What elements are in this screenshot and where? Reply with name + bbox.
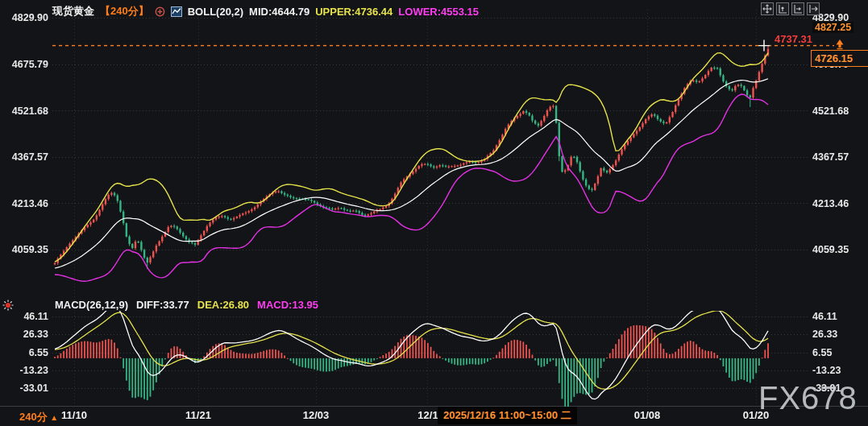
triangle-up-icon: ▲ — [50, 413, 58, 422]
price-axis-label: 4367.57 — [0, 151, 48, 163]
macd-axis-label-right: 26.33 — [812, 329, 837, 340]
pan-tool-icon[interactable] — [761, 2, 774, 15]
macd-dea-value: DEA:26.80 — [197, 299, 249, 311]
x-axis-label: 12/03 — [303, 410, 330, 421]
go-to-latest-icon[interactable] — [807, 2, 820, 15]
x-axis-label: 12/1 — [417, 410, 438, 421]
price-axis-label-right: 4059.35 — [812, 244, 849, 255]
high-price-label: 4737.31 — [775, 34, 812, 45]
macd-axis-label: -33.01 — [0, 383, 48, 394]
period-selector-label: 240分 — [19, 411, 48, 423]
session-high-label: 4827.25 — [812, 22, 853, 33]
macd-axis-label: 6.55 — [0, 347, 48, 358]
price-axis-label: 4059.35 — [0, 244, 48, 255]
price-axis-label: 4675.79 — [0, 59, 48, 70]
symbol-name: 现货黄金 — [52, 4, 94, 19]
main-header: 现货黄金 【240分】 BOLL(20,2) MID:4644.79 UPPER… — [52, 4, 479, 19]
chart-toolbar — [761, 2, 820, 15]
macd-title: MACD(26,12,9) — [55, 299, 128, 311]
fit-x-axis-icon[interactable] — [791, 2, 804, 15]
x-axis-label: 01/08 — [634, 410, 661, 421]
macd-macd-value: MACD:13.95 — [257, 299, 318, 311]
last-price-box: 4726.15 — [811, 50, 868, 67]
add-alert-icon[interactable] — [155, 6, 165, 17]
price-axis-label-right: 4367.57 — [812, 151, 849, 163]
x-axis-label: 11/10 — [61, 410, 87, 421]
boll-upper-value: UPPER:4736.44 — [315, 6, 392, 18]
macd-axis-label-right: 46.11 — [812, 311, 837, 322]
macd-axis-label: -13.23 — [0, 365, 48, 376]
macd-header: MACD(26,12,9) DIFF:33.77 DEA:26.80 MACD:… — [55, 299, 318, 311]
boll-mid-value: MID:4644.79 — [249, 6, 309, 18]
boll-lower-value: LOWER:4553.15 — [398, 6, 479, 18]
fx678-watermark: FX678 — [758, 380, 858, 416]
macd-axis-label-right: -13.23 — [812, 365, 841, 376]
macd-axis-label-right: 6.55 — [812, 347, 832, 358]
price-axis-label: 4213.46 — [0, 198, 48, 209]
chart-window: 现货黄金 【240分】 BOLL(20,2) MID:4644.79 UPPER… — [0, 0, 868, 426]
price-axis-label: 4521.68 — [0, 105, 48, 117]
indicator-settings-icon[interactable] — [2, 299, 15, 315]
period-selector[interactable]: 240分 ▲ — [19, 410, 58, 424]
fit-y-axis-icon[interactable] — [776, 2, 789, 15]
mini-chart-icon[interactable] — [171, 6, 182, 17]
price-axis-label-right: 4521.68 — [812, 105, 849, 117]
chart-canvas[interactable] — [0, 0, 868, 426]
x-axis-label: 11/21 — [185, 410, 211, 421]
bar-time-tooltip: 2025/12/16 11:00~15:00 二 — [438, 407, 577, 424]
price-axis-label-right: 4213.46 — [812, 198, 849, 209]
price-axis-label: 4829.90 — [0, 12, 48, 23]
period-label[interactable]: 【240分】 — [100, 4, 149, 19]
macd-axis-label: 26.33 — [0, 329, 48, 340]
macd-diff-value: DIFF:33.77 — [136, 299, 189, 311]
boll-label: BOLL(20,2) — [188, 6, 243, 18]
